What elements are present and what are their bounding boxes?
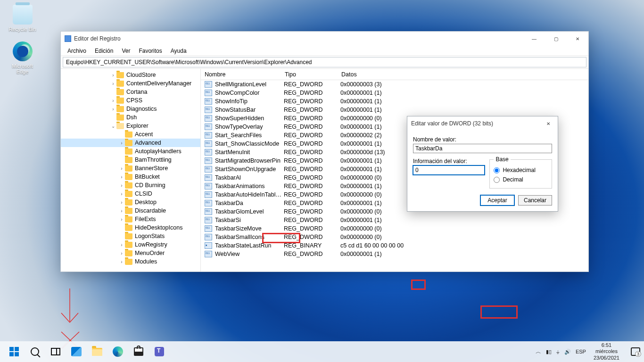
radio-dec[interactable]: Decimal	[494, 175, 548, 184]
dialog-titlebar[interactable]: Editar valor de DWORD (32 bits) ✕	[407, 116, 558, 131]
expand-icon[interactable]: ›	[118, 208, 125, 214]
tree-item-hidedesktopicons[interactable]: HideDesktopIcons	[61, 223, 200, 232]
dword-icon	[205, 140, 212, 147]
value-name: ShellMigrationLevel	[215, 81, 284, 88]
explorer-button[interactable]	[91, 346, 103, 358]
col-name[interactable]: Nombre	[201, 69, 281, 80]
annotation-value-input	[411, 280, 426, 290]
minimize-button[interactable]: —	[523, 32, 545, 46]
menu-ayuda[interactable]: Ayuda	[167, 47, 190, 55]
expand-icon[interactable]: ›	[118, 200, 125, 205]
language-indicator[interactable]: ESP	[576, 349, 586, 354]
ok-button[interactable]: Aceptar	[480, 195, 514, 206]
menu-archivo[interactable]: Archivo	[64, 47, 90, 55]
tree-item-desktop[interactable]: ›Desktop	[61, 198, 200, 206]
tree-item-cd-burning[interactable]: ›CD Burning	[61, 181, 200, 189]
titlebar[interactable]: Editor del Registro — ▢ ✕	[61, 32, 588, 46]
tree-item-discardable[interactable]: ›Discardable	[61, 206, 200, 215]
tree-label: CPSS	[126, 97, 142, 104]
cancel-button[interactable]: Cancelar	[518, 195, 552, 206]
notifications-button[interactable]	[631, 347, 640, 356]
widgets-button[interactable]	[70, 346, 83, 358]
expand-icon[interactable]: ›	[118, 183, 125, 188]
tree-item-fileexts[interactable]: ›FileExts	[61, 215, 200, 223]
edge-shortcut[interactable]: Microsoft Edge	[5, 41, 40, 74]
tree-item-menuorder[interactable]: ›MenuOrder	[61, 249, 200, 257]
value-row-taskbarsizemove[interactable]: TaskbarSizeMoveREG_DWORD0x00000000 (0)	[201, 224, 588, 233]
taskview-button[interactable]	[50, 346, 62, 358]
value-row-showcompcolor[interactable]: ShowCompColorREG_DWORD0x00000001 (1)	[201, 89, 588, 97]
tree-item-contentdeliverymanager[interactable]: ›ContentDeliveryManager	[61, 79, 200, 88]
radio-hex[interactable]: Hexadecimal	[494, 165, 548, 175]
value-data-field[interactable]	[413, 165, 485, 175]
tree-item-lowregistry[interactable]: ›LowRegistry	[61, 240, 200, 249]
network-icon[interactable]: ⏚	[556, 349, 560, 354]
value-row-showinfotip[interactable]: ShowInfoTipREG_DWORD0x00000001 (1)	[201, 97, 588, 106]
tree-item-bannerstore[interactable]: ›BannerStore	[61, 164, 200, 173]
expand-icon[interactable]: ›	[110, 98, 116, 103]
tree-item-bamthrottling[interactable]: BamThrottling	[61, 156, 200, 164]
value-row-showstatusbar[interactable]: ShowStatusBarREG_DWORD0x00000001 (1)	[201, 106, 588, 114]
value-name: TaskbarGlomLevel	[215, 208, 284, 215]
value-row-taskbarsi[interactable]: TaskbarSiREG_DWORD0x00000001 (1)	[201, 216, 588, 224]
recycle-bin[interactable]: Recycle Bin	[5, 5, 40, 32]
value-row-taskbarstatelastrun[interactable]: TaskbarStateLastRunREG_BINARYc5 cd d1 60…	[201, 241, 588, 250]
tree-item-accent[interactable]: Accent	[61, 130, 200, 139]
radio-hex-input[interactable]	[494, 167, 500, 173]
expand-icon[interactable]: ›	[118, 191, 125, 197]
close-button[interactable]: ✕	[567, 32, 588, 46]
expand-icon[interactable]: ›	[110, 73, 116, 78]
expand-icon[interactable]: ⌄	[110, 123, 116, 129]
tree-item-cpss[interactable]: ›CPSS	[61, 96, 200, 105]
value-name: WebView	[215, 251, 284, 257]
expand-icon[interactable]: ›	[110, 107, 116, 112]
maximize-button[interactable]: ▢	[545, 32, 567, 46]
menu-favoritos[interactable]: Favoritos	[135, 47, 165, 55]
col-data[interactable]: Datos	[338, 69, 588, 80]
radio-dec-input[interactable]	[494, 177, 500, 183]
teams-button[interactable]	[153, 346, 165, 358]
col-type[interactable]: Tipo	[281, 69, 338, 80]
menu-edicion[interactable]: Edición	[91, 47, 117, 55]
expand-icon[interactable]: ›	[118, 217, 125, 222]
expand-icon[interactable]: ›	[118, 242, 125, 247]
tree-item-dsh[interactable]: Dsh	[61, 113, 200, 122]
tree-label: FileExts	[135, 216, 156, 222]
start-button[interactable]	[8, 346, 20, 358]
store-button[interactable]	[132, 346, 145, 358]
expand-icon[interactable]: ›	[118, 259, 125, 264]
tree-item-modules[interactable]: ›Modules	[61, 257, 200, 266]
value-row-shellmigrationlevel[interactable]: ShellMigrationLevelREG_DWORD0x00000003 (…	[201, 80, 588, 89]
expand-icon[interactable]: ›	[118, 251, 125, 256]
expand-icon[interactable]: ›	[118, 174, 125, 180]
address-bar[interactable]: Equipo\HKEY_CURRENT_USER\Software\Micros…	[63, 57, 586, 67]
tree-pane[interactable]: ›CloudStore›ContentDeliveryManagerCortan…	[61, 69, 201, 272]
battery-icon[interactable]: ▮▯	[546, 349, 552, 355]
expand-icon[interactable]: ›	[110, 81, 116, 86]
menu-ver[interactable]: Ver	[118, 47, 134, 55]
expand-icon[interactable]: ›	[118, 140, 125, 146]
expand-icon[interactable]: ›	[118, 166, 125, 171]
tree-item-cloudstore[interactable]: ›CloudStore	[61, 71, 200, 79]
dword-icon	[205, 157, 212, 164]
tree-item-cortana[interactable]: Cortana	[61, 88, 200, 96]
value-type: REG_DWORD	[284, 123, 340, 130]
dialog-close-button[interactable]: ✕	[539, 116, 558, 131]
search-button[interactable]	[29, 346, 41, 358]
tree-item-autoplayhandlers[interactable]: AutoplayHandlers	[61, 147, 200, 156]
tree-item-bitbucket[interactable]: ›BitBucket	[61, 173, 200, 181]
volume-icon[interactable]: 🔊	[564, 349, 571, 355]
tree-item-clsid[interactable]: ›CLSID	[61, 189, 200, 198]
tray-chevron[interactable]: ︿	[536, 348, 541, 356]
tree-item-advanced[interactable]: ›Advanced	[61, 139, 200, 147]
value-name-field[interactable]	[413, 144, 552, 153]
value-row-webview[interactable]: WebViewREG_DWORD0x00000001 (1)	[201, 250, 588, 258]
value-row-taskbarsmallicons[interactable]: TaskbarSmallIconsREG_DWORD0x00000000 (0)	[201, 233, 588, 241]
tree-item-logonstats[interactable]: LogonStats	[61, 232, 200, 240]
edge-button[interactable]	[112, 346, 124, 358]
edge-icon	[13, 41, 33, 61]
tree-item-diagnostics[interactable]: ›Diagnostics	[61, 105, 200, 113]
tree-item-explorer[interactable]: ⌄Explorer	[61, 122, 200, 130]
clock[interactable]: 6:51 miércoles 23/06/2021	[594, 342, 619, 361]
base-legend: Base	[494, 156, 510, 163]
